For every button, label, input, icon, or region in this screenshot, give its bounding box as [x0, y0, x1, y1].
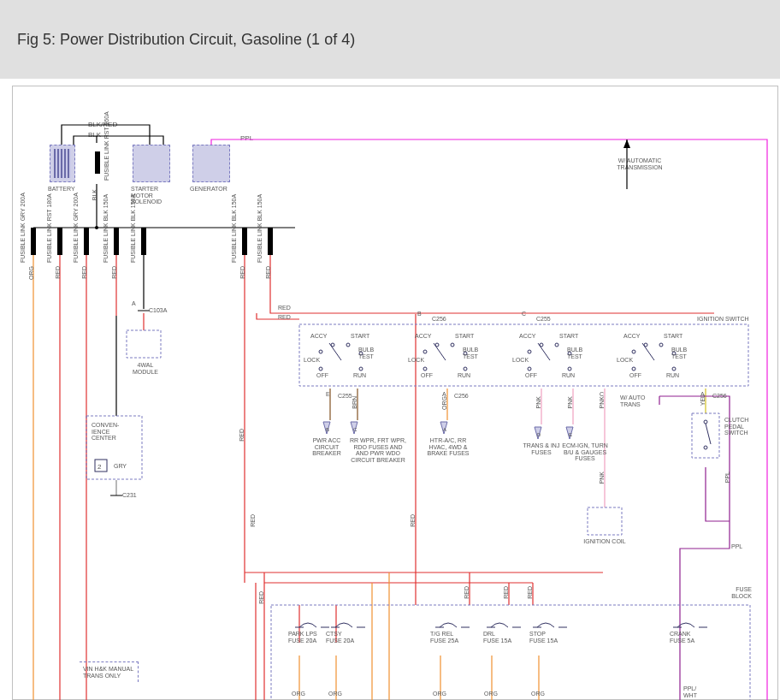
svg-rect-6 — [114, 228, 119, 255]
color-red5: RED — [239, 266, 245, 279]
svg-rect-5 — [84, 228, 89, 255]
color-red6: RED — [265, 266, 271, 279]
red-v3: RED — [258, 591, 264, 604]
svg-point-18 — [346, 343, 350, 347]
arrow-pwr: PWR ACC CIRCUIT BREAKER — [305, 437, 348, 457]
svg-rect-50 — [127, 330, 161, 358]
color-red3: RED — [111, 266, 117, 279]
sw3-accy: ACCY — [519, 333, 535, 340]
label-wauto: W/ AUTO TRANS — [620, 394, 663, 407]
sw1-bulb: BULB TEST — [358, 347, 377, 359]
color-red2: RED — [81, 266, 87, 279]
fuse-tgrel: T/G REL FUSE 25A — [430, 631, 464, 644]
figure-title: Fig 5: Power Distribution Circuit, Gasol… — [17, 31, 355, 49]
svg-point-46 — [704, 420, 707, 424]
org-b3: ORG — [433, 691, 446, 697]
conn-e: E — [326, 391, 330, 398]
sw3-run: RUN — [562, 372, 575, 379]
c-c255-2: C255 — [536, 316, 551, 323]
page: Fig 5: Power Distribution Circuit, Gasol… — [0, 0, 780, 700]
blk-v: BLK — [92, 189, 98, 200]
svg-point-47 — [704, 446, 707, 449]
svg-text:D: D — [537, 432, 541, 437]
flink-3: FUSIBLE LINK BLK 150A — [103, 223, 109, 263]
sw4-start: START — [664, 333, 682, 340]
flink-0: FUSIBLE LINK GRY 200A — [20, 223, 26, 263]
org-b4: ORG — [484, 691, 498, 697]
label-gry: GRY — [114, 463, 127, 470]
c-b: B — [417, 311, 422, 317]
fuse-stop: STOP FUSE 15A — [529, 631, 558, 644]
ppl-hor: PPL — [731, 543, 742, 550]
svg-text:A: A — [443, 427, 446, 432]
label-c231: C231 — [122, 492, 137, 499]
color-org: ORG — [28, 266, 34, 280]
sw1-start: START — [351, 333, 369, 340]
wire-org-lbl: ORG — [441, 396, 447, 410]
flink-4: FUSIBLE LINK BLK 150A — [130, 223, 136, 263]
sw3-bulb: BULB TEST — [567, 347, 586, 359]
sw4-bulb: BULB TEST — [671, 347, 690, 359]
wire-pnk-lbl3: PNK — [599, 396, 605, 408]
org-b1: ORG — [292, 691, 305, 697]
arrow-trans: TRANS & INJ FUSES — [521, 442, 562, 455]
svg-point-2 — [95, 226, 98, 229]
red-v2: RED — [250, 514, 256, 527]
conn-c256-2: C256 — [712, 393, 727, 400]
red-v5: RED — [464, 586, 470, 599]
c-c256-1: C256 — [432, 316, 446, 323]
svg-text:B: B — [326, 427, 329, 432]
svg-point-28 — [464, 367, 467, 371]
svg-point-42 — [672, 367, 676, 371]
sw1-off: OFF — [316, 372, 328, 379]
svg-line-36 — [538, 343, 550, 360]
svg-point-25 — [451, 343, 454, 347]
svg-point-32 — [555, 343, 558, 347]
label-vin: VIN H&K MANUAL TRANS ONLY — [80, 661, 139, 682]
sw2-run: RUN — [458, 372, 470, 379]
label-a: A — [132, 300, 136, 307]
sw4-lock: LOCK — [617, 357, 633, 364]
flink-5: FUSIBLE LINK BLK 150A — [231, 223, 237, 263]
flink-2: FUSIBLE LINK GRY 200A — [73, 223, 79, 263]
svg-line-29 — [434, 343, 446, 360]
sw3-lock: LOCK — [512, 357, 529, 364]
pplwht: PPL/ WHT — [683, 685, 706, 698]
sw2-accy: ACCY — [415, 333, 431, 340]
svg-point-34 — [528, 367, 531, 371]
sw2-lock: LOCK — [408, 357, 424, 364]
svg-point-35 — [568, 367, 571, 371]
conn-c255: C255 — [338, 393, 352, 400]
svg-text:E: E — [569, 432, 572, 437]
sw4-accy: ACCY — [623, 333, 640, 340]
label-ign-switch: IGNITION SWITCH — [697, 316, 749, 323]
svg-point-23 — [423, 350, 427, 353]
sw1-lock: LOCK — [304, 357, 320, 364]
red-v7: RED — [527, 586, 533, 599]
fuse-crank: CRANK FUSE 5A — [670, 631, 702, 644]
svg-text:2: 2 — [98, 463, 102, 471]
org-b5: ORG — [531, 691, 545, 697]
ppl-down: PPL — [724, 472, 730, 483]
svg-point-30 — [528, 350, 531, 353]
svg-rect-44 — [588, 507, 622, 535]
wire-brn-lbl: BRN — [352, 396, 358, 409]
sw1-accy: ACCY — [310, 333, 327, 340]
svg-text:C: C — [353, 427, 358, 432]
svg-point-41 — [632, 367, 635, 371]
sw2-start: START — [455, 333, 474, 340]
svg-line-22 — [329, 343, 341, 360]
label-c103a: C103A — [149, 307, 167, 314]
sw3-off: OFF — [525, 372, 537, 379]
svg-point-16 — [319, 350, 322, 353]
sw4-run: RUN — [666, 372, 679, 379]
svg-line-43 — [642, 343, 654, 360]
label-red-top1: RED — [278, 305, 291, 311]
wire-yel-lbl: YEL — [700, 394, 706, 406]
wiring-svg: B C A D E — [13, 86, 779, 700]
title-bar: Fig 5: Power Distribution Circuit, Gasol… — [0, 0, 780, 79]
fuse-park: PARK LPS FUSE 20A — [288, 631, 317, 644]
label-red-top2: RED — [278, 314, 291, 321]
red-v1: RED — [239, 429, 245, 442]
svg-rect-8 — [242, 228, 247, 255]
